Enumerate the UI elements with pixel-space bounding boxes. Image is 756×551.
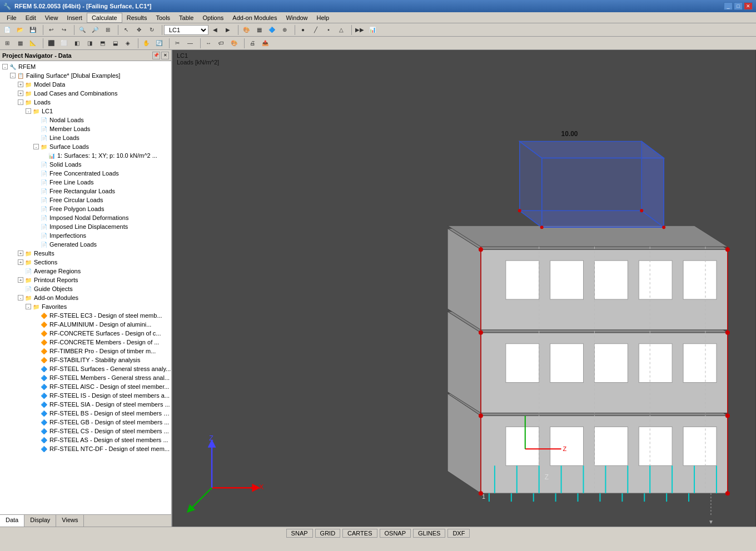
tb2-grid[interactable]: ▦ <box>14 38 26 49</box>
tree-item-rf-steel-ec3[interactable]: 🔶RF-STEEL EC3 - Design of steel memb... <box>0 311 171 320</box>
tb2-top[interactable]: ⬒ <box>96 38 108 49</box>
tree-toggle-sections[interactable]: + <box>18 259 23 265</box>
tree-item-rf-steel-cs[interactable]: 🔷RF-STEEL CS - Design of steel members .… <box>0 427 171 435</box>
menu-calculate[interactable]: Calculate <box>87 13 122 23</box>
tree-item-rf-steel-is[interactable]: 🔷RF-STEEL IS - Design of steel members a… <box>0 391 171 400</box>
tb2-print[interactable]: 🖨 <box>246 38 258 49</box>
tree-item-imperfections[interactable]: 📄Imperfections <box>0 231 171 240</box>
tb-support[interactable]: △ <box>335 24 347 36</box>
tb-open[interactable]: 📂 <box>14 24 26 36</box>
tree-toggle-surface-loads[interactable]: - <box>33 144 39 149</box>
status-grid[interactable]: GRID <box>315 529 341 538</box>
tree-toggle-lc1[interactable]: - <box>26 108 31 114</box>
tb-new[interactable]: 📄 <box>1 24 13 36</box>
tree-item-failing-surface[interactable]: -📋Failing Surface* [Dlubal Examples] <box>0 71 171 80</box>
tree-item-load-cases[interactable]: +📁Load Cases and Combinations <box>0 89 171 98</box>
tb2-iso[interactable]: ◈ <box>122 38 134 49</box>
navigator-header-actions[interactable]: 📌 ✕ <box>152 52 169 59</box>
tree-item-rf-stability[interactable]: 🔶RF-STABILITY - Stability analysis <box>0 355 171 364</box>
minimize-button[interactable]: _ <box>724 2 733 10</box>
tree-item-rf-steel-ntcdf[interactable]: 🔷RF-STEEL NTC-DF - Design of steel mem..… <box>0 444 171 453</box>
tb-3d[interactable]: 🔷 <box>266 24 278 36</box>
tree-item-average-regions[interactable]: 📄Average Regions <box>0 267 171 276</box>
menu-addon[interactable]: Add-on Modules <box>228 13 281 22</box>
tree-item-rf-steel-gb[interactable]: 🔷RF-STEEL GB - Design of steel members .… <box>0 418 171 427</box>
tree-toggle-results[interactable]: + <box>18 251 23 256</box>
tb2-left[interactable]: ◧ <box>71 38 83 49</box>
tree-toggle-printout-reports[interactable]: + <box>18 277 23 283</box>
tb-combo-prev[interactable]: ◀ <box>209 24 221 36</box>
tb-zoom-out[interactable]: 🔎 <box>89 24 101 36</box>
menu-file[interactable]: File <box>2 13 21 22</box>
tb-node[interactable]: ● <box>297 24 309 36</box>
tree-item-free-poly-loads[interactable]: 📄Free Polygon Loads <box>0 204 171 213</box>
nav-close-button[interactable]: ✕ <box>161 52 169 59</box>
tb-rotate[interactable]: ↻ <box>146 24 158 36</box>
tb-axis[interactable]: ⊕ <box>278 24 291 36</box>
tree-item-free-rect-loads[interactable]: 📄Free Rectangular Loads <box>0 187 171 196</box>
close-button[interactable]: ✕ <box>744 2 753 10</box>
tree-toggle-failing-surface[interactable]: - <box>10 73 16 78</box>
tree-toggle-addon-modules[interactable]: - <box>18 295 23 300</box>
tb2-bottom[interactable]: ⬓ <box>109 38 121 49</box>
tab-views[interactable]: Views <box>56 515 84 527</box>
tb2-snap[interactable]: ⊞ <box>1 38 13 49</box>
tree-item-addon-modules[interactable]: -📁Add-on Modules <box>0 293 171 302</box>
tree-item-member-loads[interactable]: 📄Member Loads <box>0 124 171 133</box>
tree-toggle-rfem[interactable]: - <box>2 64 8 69</box>
menu-help[interactable]: Help <box>312 13 334 22</box>
tree-item-imposed-line[interactable]: 📄Imposed Line Displacements <box>0 222 171 231</box>
tree-item-lc1[interactable]: -📁LC1 <box>0 107 171 116</box>
tree-item-loads[interactable]: -📁Loads <box>0 98 171 107</box>
tree-item-rf-steel-as[interactable]: 🔷RF-STEEL AS - Design of steel members .… <box>0 435 171 444</box>
status-snap[interactable]: SNAP <box>286 529 313 538</box>
menu-window[interactable]: Window <box>281 13 312 22</box>
tree-item-rf-steel-sia[interactable]: 🔷RF-STEEL SIA - Design of steel members … <box>0 400 171 409</box>
tb2-clip[interactable]: ✂ <box>171 38 183 49</box>
tree-item-rf-steel-memb[interactable]: 🔷RF-STEEL Members - General stress anal.… <box>0 373 171 382</box>
tb2-label[interactable]: 🏷 <box>215 38 227 49</box>
menu-edit[interactable]: Edit <box>21 13 41 22</box>
tree-item-rf-steel-aisc[interactable]: 🔷RF-STEEL AISC - Design of steel member.… <box>0 382 171 391</box>
tb2-measure[interactable]: 📐 <box>27 38 39 49</box>
menu-options[interactable]: Options <box>198 13 228 22</box>
tree-item-surface-load-1[interactable]: 📊1: Surfaces: 1; XY; p: 10.0 kN/m^2 ... <box>0 151 171 160</box>
tb-line[interactable]: ╱ <box>310 24 322 36</box>
viewport[interactable]: LC1 Loads [kN/m^2] X Z <box>172 50 756 527</box>
tab-display[interactable]: Display <box>24 515 56 527</box>
tree-item-free-conc-loads[interactable]: 📄Free Concentrated Loads <box>0 169 171 178</box>
tree-item-imposed-nodal[interactable]: 📄Imposed Nodal Deformations <box>0 213 171 222</box>
tree-item-rf-timber-pro[interactable]: 🔶RF-TIMBER Pro - Design of timber m... <box>0 347 171 355</box>
tree-item-rf-aluminium[interactable]: 🔶RF-ALUMINIUM - Design of alumini... <box>0 320 171 329</box>
tree-item-rf-steel-bs[interactable]: 🔷RF-STEEL BS - Design of steel members a… <box>0 409 171 418</box>
tb-combo-next[interactable]: ▶ <box>222 24 234 36</box>
load-case-combo[interactable]: LC1 <box>164 25 208 35</box>
tree-item-sections[interactable]: +📁Sections <box>0 258 171 267</box>
tb2-dim[interactable]: ↔ <box>202 38 215 49</box>
tb2-orbit[interactable]: 🔄 <box>153 38 165 49</box>
tree-item-surface-loads[interactable]: -📁Surface Loads <box>0 142 171 151</box>
tree-item-rf-concrete-memb[interactable]: 🔶RF-CONCRETE Members - Design of ... <box>0 338 171 347</box>
tree-item-solid-loads[interactable]: 📄Solid Loads <box>0 160 171 169</box>
tree-item-rf-steel-surf[interactable]: 🔷RF-STEEL Surfaces - General stress anal… <box>0 364 171 373</box>
tb-select[interactable]: ↖ <box>120 24 132 36</box>
maximize-button[interactable]: □ <box>734 2 743 10</box>
tree-item-rf-concrete-surf[interactable]: 🔶RF-CONCRETE Surfaces - Design of c... <box>0 329 171 338</box>
tb-redo[interactable]: ↪ <box>58 24 70 36</box>
status-dxf[interactable]: DXF <box>447 529 470 538</box>
tb-move[interactable]: ✥ <box>133 24 145 36</box>
tb-surface[interactable]: ▪ <box>322 24 335 36</box>
tree-item-results[interactable]: +📁Results <box>0 249 171 258</box>
menu-insert[interactable]: Insert <box>62 13 87 22</box>
tree-item-guide-objects[interactable]: 📄Guide Objects <box>0 284 171 293</box>
tree-item-favorites[interactable]: -📁Favorites <box>0 302 171 311</box>
tb-calculate[interactable]: ▶▶ <box>354 24 366 36</box>
tb2-color[interactable]: 🎨 <box>228 38 240 49</box>
tree-toggle-favorites[interactable]: - <box>26 304 31 309</box>
tb-save[interactable]: 💾 <box>27 24 39 36</box>
tree-item-model-data[interactable]: +📁Model Data <box>0 80 171 89</box>
tb2-back[interactable]: ⬜ <box>58 38 70 49</box>
menu-table[interactable]: Table <box>175 13 198 22</box>
tb2-section[interactable]: — <box>184 38 196 49</box>
status-osnap[interactable]: OSNAP <box>380 529 411 538</box>
